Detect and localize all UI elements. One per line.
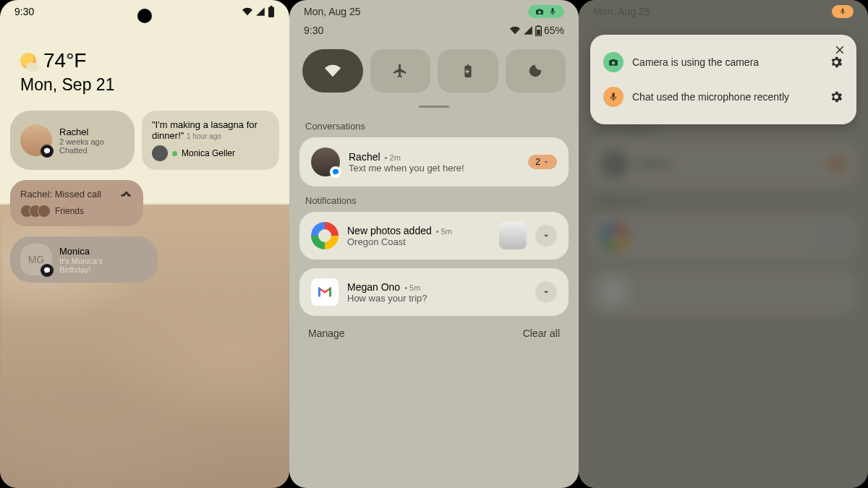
microphone-icon: [548, 7, 557, 16]
privacy-row-mic[interactable]: Chat used the microphone recently: [602, 80, 845, 114]
svg-rect-1: [270, 6, 272, 7]
missed-call-icon: [119, 189, 133, 200]
avatar-monica-mini: [152, 145, 168, 161]
count: 2: [535, 157, 540, 167]
message-bubble-widget[interactable]: "I'm making a lasagna for dinner!" 1 hou…: [142, 111, 279, 170]
quick-settings-row: [289, 38, 579, 98]
wifi-icon: [325, 63, 341, 79]
avatar-stack: [20, 205, 51, 218]
settings-button[interactable]: [829, 90, 843, 104]
avatar-rachel: [20, 124, 52, 156]
missed-call-title: Rachel: Missed call: [20, 189, 101, 200]
privacy-row-camera[interactable]: Camera is using the camera: [602, 45, 845, 80]
privacy-camera-text: Camera is using the camera: [632, 56, 820, 68]
battery-saver-icon: [460, 63, 476, 79]
status-time: 9:30: [304, 25, 323, 36]
avatar-monica: MG: [20, 244, 52, 275]
chevron-down-icon: [541, 287, 551, 297]
wifi-icon: [509, 25, 521, 35]
avatar-initials: MG: [28, 254, 45, 265]
google-photos-icon: [311, 222, 339, 249]
moon-icon: [527, 63, 543, 79]
settings-button[interactable]: [829, 55, 843, 69]
home-date[interactable]: Mon, Sep 21: [20, 75, 269, 95]
camera-icon: [608, 57, 618, 67]
messenger-badge-icon: [41, 145, 54, 158]
notif-body: Text me when you get here!: [349, 163, 519, 174]
wifi-icon: [242, 7, 253, 17]
notification-shade: Mon, Aug 25 9:30 65% Conversations: [289, 0, 579, 488]
privacy-indicator-screen: Conversations Rachel2 Notifications Mon,…: [579, 0, 868, 488]
svg-rect-6: [329, 288, 331, 296]
notif-title: New photos added: [347, 225, 432, 236]
widget-info: Monica It's Monica's Birthday!: [59, 246, 103, 274]
bubble-time: 1 hour ago: [187, 132, 221, 140]
expand-button[interactable]: [535, 281, 557, 303]
contact-name: Rachel: [59, 127, 104, 137]
status-bar: Mon, Aug 25: [579, 0, 868, 23]
conversation-widget-rachel[interactable]: Rachel 2 weeks ago Chatted: [10, 111, 135, 170]
notification-count-pill[interactable]: 2: [528, 155, 557, 169]
photo-thumbnail: [499, 222, 527, 249]
bubble-from: Monica Geller: [182, 148, 235, 158]
privacy-indicator-pill[interactable]: [528, 5, 564, 18]
chevron-down-icon: [542, 158, 550, 166]
status-bar: 9:30: [0, 0, 289, 23]
qs-dnd[interactable]: [506, 49, 566, 93]
conversation-notification[interactable]: Rachel • 2m Text me when you get here! 2: [299, 137, 569, 187]
shade-actions: Manage Clear all: [289, 325, 579, 342]
clear-all-button[interactable]: Clear all: [523, 328, 560, 339]
photos-notification[interactable]: New photos added • 5m Oregon Coast: [299, 212, 569, 260]
privacy-mic-text: Chat used the microphone recently: [632, 91, 820, 103]
gmail-notification[interactable]: Megan Ono • 5m How was your trip?: [299, 268, 569, 316]
birthday-widget-monica[interactable]: MG Monica It's Monica's Birthday!: [10, 236, 158, 283]
svg-rect-4: [537, 25, 540, 27]
qs-battery-saver[interactable]: [438, 49, 498, 93]
signal-icon: [523, 25, 533, 35]
airplane-icon: [392, 63, 408, 79]
notif-body: How was your trip?: [347, 293, 527, 304]
privacy-indicator-pill[interactable]: [832, 5, 854, 18]
battery-percent: 65%: [544, 25, 564, 36]
notif-body: Oregon Coast: [347, 236, 490, 247]
status-bar-2: 9:30 65%: [289, 23, 579, 38]
missed-call-widget[interactable]: Rachel: Missed call Friends: [10, 180, 143, 226]
contact-sub2: Birthday!: [59, 265, 103, 274]
notif-name: Rachel: [349, 151, 380, 163]
home-screen: 9:30 74°F Mon, Sep 21 Rachel 2 weeks ago: [0, 0, 289, 488]
close-icon: [833, 43, 846, 56]
mic-indicator-icon: [603, 87, 624, 107]
shade-date: Mon, Aug 25: [304, 6, 361, 17]
manage-button[interactable]: Manage: [308, 328, 345, 339]
notif-time: 2m: [390, 153, 401, 162]
friends-label: Friends: [55, 206, 84, 216]
widget-grid: Rachel 2 weeks ago Chatted "I'm making a…: [0, 111, 289, 283]
messenger-badge-icon: [41, 264, 54, 277]
close-button[interactable]: [833, 43, 846, 56]
contact-sub2: Chatted: [59, 146, 104, 155]
expand-button[interactable]: [535, 225, 557, 247]
privacy-card: Camera is using the camera Chat used the…: [590, 35, 856, 124]
camera-icon: [535, 7, 544, 16]
svg-rect-3: [537, 30, 540, 35]
weather-widget[interactable]: 74°F: [20, 49, 269, 72]
drag-handle[interactable]: [419, 106, 449, 108]
contact-sub1: 2 weeks ago: [59, 137, 104, 146]
weather-sun-icon: [20, 53, 36, 69]
qs-wifi[interactable]: [302, 49, 363, 93]
status-time: 9:30: [14, 6, 34, 17]
notif-name: Megan Ono: [347, 281, 400, 293]
status-bar: Mon, Aug 25: [289, 0, 579, 23]
camera-indicator-icon: [603, 52, 624, 72]
contact-name: Monica: [59, 246, 103, 257]
presence-dot-icon: [172, 151, 177, 156]
qs-airplane[interactable]: [370, 49, 431, 93]
battery-icon: [535, 25, 542, 36]
section-notifications: Notifications: [289, 195, 579, 212]
chevron-down-icon: [541, 231, 551, 241]
section-conversations: Conversations: [289, 121, 579, 137]
avatar-rachel: [311, 147, 340, 176]
status-icons: [242, 6, 275, 17]
battery-icon: [268, 6, 275, 17]
widget-info: Rachel 2 weeks ago Chatted: [59, 127, 104, 155]
